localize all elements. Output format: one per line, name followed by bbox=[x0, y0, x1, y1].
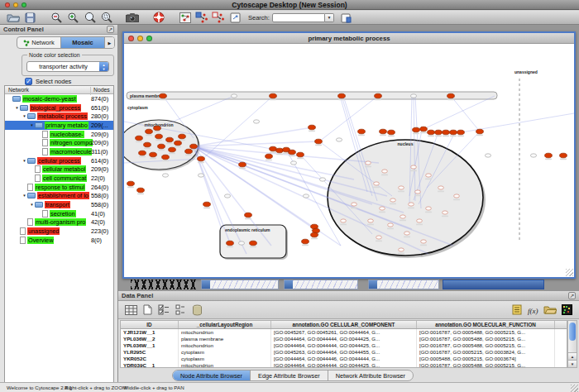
table-column-header[interactable]: annotation.GO CELLULAR_COMPONENT bbox=[271, 321, 417, 328]
table-column-header[interactable]: annotation.GO MOLECULAR_FUNCTION bbox=[417, 321, 555, 328]
table-column-header[interactable]: _cellularLayoutRegion bbox=[179, 321, 271, 328]
function-builder-button[interactable]: f(x) bbox=[525, 303, 542, 317]
tree-row[interactable]: macromolecule311(0) bbox=[5, 147, 113, 156]
network-node[interactable] bbox=[415, 190, 421, 194]
import-network-file-button[interactable] bbox=[194, 12, 210, 24]
attribute-table-button[interactable] bbox=[122, 303, 139, 317]
network-node[interactable] bbox=[266, 154, 273, 159]
network-node[interactable] bbox=[136, 136, 143, 141]
color-attribute-dropdown[interactable]: transporter activity ▲▼ bbox=[26, 61, 109, 72]
network-node[interactable] bbox=[238, 241, 244, 245]
expander-icon[interactable]: ▼ bbox=[22, 114, 27, 118]
network-node[interactable] bbox=[450, 130, 457, 135]
network-node[interactable] bbox=[411, 165, 417, 169]
expander-icon[interactable]: ▼ bbox=[14, 106, 20, 110]
zoom-selected-button[interactable] bbox=[98, 12, 114, 24]
zoom-in-button[interactable] bbox=[65, 12, 81, 24]
tab-node-attribute-browser[interactable]: Node Attribute Browser bbox=[173, 370, 251, 380]
expander-icon[interactable]: ▼ bbox=[29, 203, 35, 207]
tree-row[interactable]: nucleobase-209(0) bbox=[5, 130, 113, 139]
scroll-up-button[interactable]: ▲ bbox=[568, 352, 577, 360]
network-node[interactable] bbox=[454, 194, 460, 198]
expander-icon[interactable]: ▼ bbox=[22, 194, 27, 198]
network-node[interactable] bbox=[530, 154, 536, 157]
network-node[interactable] bbox=[245, 213, 252, 218]
tree-row[interactable]: ▼biological_process651(0) bbox=[5, 103, 113, 112]
network-node[interactable] bbox=[224, 194, 230, 198]
collapsed-network-window[interactable] bbox=[368, 280, 439, 289]
network-node[interactable] bbox=[156, 134, 163, 139]
attribute-table[interactable]: ID_cellularLayoutRegionannotation.GO CEL… bbox=[120, 320, 567, 368]
scroll-down-button[interactable]: ▼ bbox=[568, 360, 577, 367]
tab-edge-attribute-browser[interactable]: Edge Attribute Browser bbox=[251, 370, 328, 380]
network-canvas[interactable]: plasma membranecytoplasmmitochondrionnuc… bbox=[124, 44, 574, 277]
network-node[interactable] bbox=[426, 174, 432, 177]
open-session-button[interactable] bbox=[5, 12, 22, 24]
network-node[interactable] bbox=[352, 203, 357, 206]
network-node[interactable] bbox=[231, 94, 237, 98]
new-attribute-button[interactable] bbox=[139, 303, 156, 317]
window-resize-grip[interactable] bbox=[566, 269, 573, 276]
network-node[interactable] bbox=[309, 125, 316, 130]
network-node[interactable] bbox=[319, 178, 325, 181]
network-node[interactable] bbox=[421, 240, 427, 243]
window-resize-grip[interactable] bbox=[571, 385, 578, 392]
network-node[interactable] bbox=[428, 130, 435, 135]
tree-row[interactable]: multi-organism pro42(0) bbox=[5, 218, 113, 227]
import-attributes-button[interactable] bbox=[542, 303, 558, 317]
network-node[interactable] bbox=[139, 151, 146, 155]
network-node[interactable] bbox=[198, 156, 205, 161]
network-node[interactable] bbox=[179, 134, 186, 139]
network-node[interactable] bbox=[250, 241, 257, 246]
attribute-batch-button[interactable] bbox=[509, 303, 525, 317]
network-node[interactable] bbox=[144, 142, 151, 147]
table-row[interactable]: YPL036W__2plasma membrane[GO:0044464, GO… bbox=[121, 336, 567, 342]
network-node[interactable] bbox=[399, 248, 404, 251]
table-column-header[interactable]: ID bbox=[121, 321, 179, 328]
export-image-button[interactable] bbox=[124, 12, 141, 24]
network-node[interactable] bbox=[413, 127, 420, 132]
network-node[interactable] bbox=[435, 130, 443, 135]
network-node[interactable] bbox=[146, 129, 153, 134]
help-button[interactable] bbox=[151, 12, 167, 24]
zoom-out-button[interactable] bbox=[48, 12, 65, 24]
tree-row[interactable]: unassigned223(0) bbox=[5, 227, 113, 236]
tree-row[interactable]: response to stimul264(0) bbox=[5, 183, 113, 192]
attribute-list-button[interactable] bbox=[172, 303, 189, 317]
network-node[interactable] bbox=[154, 126, 161, 131]
table-row[interactable]: YDR039C__1mitochondrion[GO:0044464, GO:0… bbox=[121, 362, 567, 368]
tree-row[interactable]: ▼cellular process614(0) bbox=[5, 156, 113, 165]
network-node[interactable] bbox=[380, 207, 385, 210]
network-node[interactable] bbox=[388, 223, 394, 227]
network-node[interactable] bbox=[447, 93, 455, 98]
tab-network[interactable]: Network bbox=[17, 37, 61, 48]
column-network[interactable]: Network bbox=[8, 87, 29, 93]
table-row[interactable]: YLR295Ccytoplasm[GO:0045263, GO:0044464,… bbox=[121, 349, 567, 356]
table-scrollbar[interactable]: ▲ ▼ bbox=[567, 320, 577, 368]
network-node[interactable] bbox=[382, 170, 388, 173]
network-node[interactable] bbox=[400, 215, 406, 218]
window-titlebar[interactable]: Cytoscape Desktop (New Session) bbox=[0, 0, 579, 10]
scrollbar-thumb[interactable] bbox=[569, 323, 576, 341]
enhanced-search-button[interactable] bbox=[338, 12, 355, 24]
network-node[interactable] bbox=[341, 219, 347, 222]
network-node[interactable] bbox=[420, 127, 428, 131]
network-node[interactable] bbox=[315, 139, 323, 144]
network-node[interactable] bbox=[485, 154, 490, 157]
import-network-table-button[interactable] bbox=[210, 12, 227, 24]
tree-row[interactable]: mosaic-demo-yeast874(0) bbox=[5, 94, 113, 103]
network-node[interactable] bbox=[290, 161, 296, 165]
tree-row[interactable]: ▼primary metabo209(... bbox=[5, 121, 113, 130]
tab-mosaic[interactable]: Mosaic bbox=[61, 37, 105, 48]
network-node[interactable] bbox=[399, 186, 404, 189]
network-node[interactable] bbox=[560, 153, 567, 158]
delete-attribute-button[interactable] bbox=[189, 303, 205, 317]
network-node[interactable] bbox=[376, 236, 382, 239]
select-nodes-checkbox[interactable]: ✓ bbox=[25, 78, 32, 85]
network-node[interactable] bbox=[426, 207, 432, 210]
network-node[interactable] bbox=[336, 138, 342, 141]
tree-row[interactable]: secretion41(0) bbox=[5, 209, 113, 218]
network-node[interactable] bbox=[545, 153, 553, 158]
network-node[interactable] bbox=[302, 239, 309, 244]
network-node[interactable] bbox=[410, 94, 416, 98]
